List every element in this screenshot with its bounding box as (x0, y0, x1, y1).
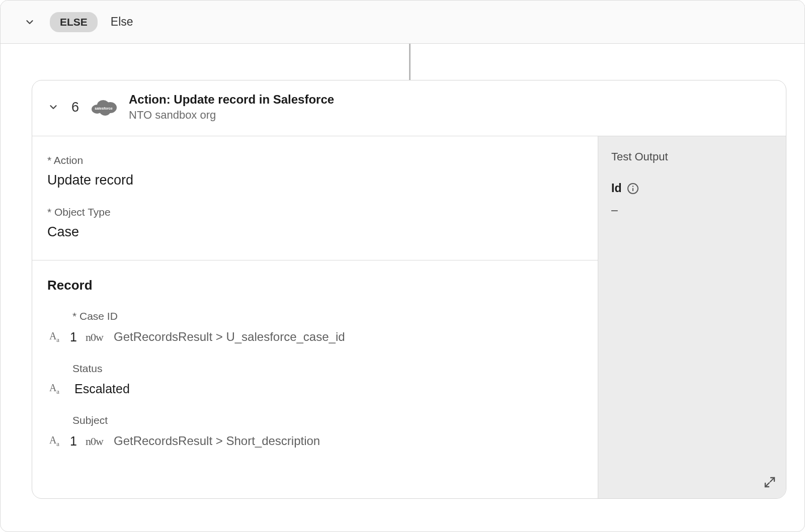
chevron-down-icon[interactable] (46, 100, 60, 114)
test-output-value: – (611, 203, 773, 217)
svg-text:salesforce: salesforce (95, 106, 113, 111)
outer-container: ELSE Else 6 salesforce (0, 0, 805, 532)
record-field-case-id: * Case ID Aa 1 n0w GetRecordsResult > U_… (47, 310, 583, 344)
text-aa-icon: Aa (47, 434, 61, 448)
chevron-down-icon[interactable] (23, 15, 37, 29)
test-output-panel: Test Output Id – (598, 136, 786, 498)
svg-text:n0w: n0w (86, 331, 104, 343)
ref-step-index: 1 (69, 434, 77, 449)
record-section: Record * Case ID Aa 1 n0w GetRecordsResu… (32, 260, 598, 487)
card-body: * Action Update record * Object Type Cas… (32, 136, 786, 498)
object-type-field-value[interactable]: Case (47, 224, 583, 240)
record-field-value-row[interactable]: Aa 1 n0w GetRecordsResult > U_salesforce… (47, 329, 583, 344)
test-output-row: Id (611, 182, 773, 195)
record-field-label: Status (72, 363, 583, 375)
else-branch-header[interactable]: ELSE Else (1, 1, 804, 44)
test-output-label: Id (611, 182, 621, 195)
ref-step-index: 1 (69, 330, 77, 344)
record-field-path: GetRecordsResult > U_salesforce_case_id (114, 330, 345, 344)
record-field-label: Subject (72, 414, 583, 426)
servicenow-now-icon: n0w (86, 433, 106, 449)
record-field-value-row[interactable]: Aa Escalated (47, 382, 583, 396)
servicenow-now-icon: n0w (86, 329, 106, 344)
record-field-path: GetRecordsResult > Short_description (114, 434, 320, 448)
expand-icon[interactable] (763, 475, 777, 489)
card-title: Action: Update record in Salesforce (129, 93, 334, 107)
card-titles: Action: Update record in Salesforce NTO … (129, 93, 334, 122)
info-icon[interactable] (626, 182, 639, 195)
object-type-field-label: * Object Type (47, 206, 583, 218)
else-pill: ELSE (50, 12, 98, 32)
card-header[interactable]: 6 salesforce Action: Update record in Sa… (32, 80, 786, 136)
svg-point-9 (632, 186, 633, 187)
connector-line-top (409, 44, 411, 80)
step-number: 6 (71, 100, 79, 115)
svg-text:n0w: n0w (86, 435, 104, 448)
salesforce-cloud-icon: salesforce (90, 97, 118, 117)
record-field-label: * Case ID (72, 310, 583, 322)
else-label: Else (111, 15, 133, 29)
text-aa-icon: Aa (47, 382, 61, 396)
record-field-subject: Subject Aa 1 n0w GetRecordsResult > Shor… (47, 414, 583, 449)
action-field-value[interactable]: Update record (47, 172, 583, 188)
test-output-title: Test Output (611, 150, 773, 163)
text-aa-icon: Aa (47, 330, 61, 344)
record-heading: Record (47, 278, 583, 293)
record-field-value-row[interactable]: Aa 1 n0w GetRecordsResult > Short_descri… (47, 433, 583, 449)
record-field-status: Status Aa Escalated (47, 363, 583, 396)
left-panel: * Action Update record * Object Type Cas… (32, 136, 598, 498)
card-subtitle: NTO sandbox org (129, 109, 334, 122)
action-step-card: 6 salesforce Action: Update record in Sa… (32, 80, 786, 499)
record-field-plain-value: Escalated (74, 382, 130, 396)
action-field-label: * Action (47, 154, 583, 166)
action-config-section: * Action Update record * Object Type Cas… (32, 136, 598, 260)
